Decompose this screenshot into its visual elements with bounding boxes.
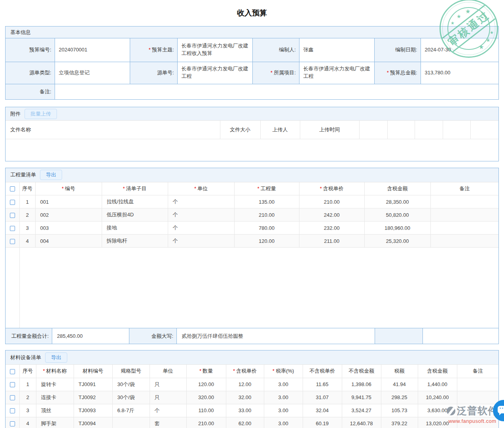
quantity-export-button[interactable]: 导出 [40, 170, 62, 180]
cell-amount-ex: 1,398.06 [342, 378, 381, 391]
cell-tax-rate: 3.00 [264, 404, 303, 417]
batch-upload-button[interactable]: 批量上传 [25, 109, 57, 119]
date-label: 编制日期: [374, 38, 421, 62]
cell-code: TJ0091 [74, 378, 112, 391]
attachments-table: 文件名称 文件大小 上传人 上传时间 [6, 121, 498, 139]
page: 收入预算 审核通过 ★ ★ ★ ★ ★ ★ 基本信息 预算编号: 2024070… [0, 0, 504, 428]
cell-remark [430, 235, 498, 248]
col-header-material-name: *材料名称 [36, 365, 74, 378]
col-header-material-code: 材料编号 [74, 365, 112, 378]
row-checkbox[interactable] [10, 382, 15, 387]
row-checkbox[interactable] [10, 395, 15, 400]
cell-amount: 28,350.00 [364, 195, 430, 208]
cell-remark [457, 404, 498, 417]
source-no-value: 长春市伊通河水力发电厂改建工程 [177, 62, 252, 84]
cell-code: 004 [35, 235, 102, 248]
cell-remark [457, 391, 498, 404]
attachments-section: 附件 批量上传 文件名称 文件大小 上传人 上传时间 [5, 107, 499, 161]
col-header-remark: 备注 [457, 365, 498, 378]
quantity-list-title: 工程量清单 [10, 171, 36, 178]
project-value: 长春市伊通河水力发电厂改建工程 [299, 62, 374, 84]
required-asterisk: * [257, 186, 259, 191]
cell-amount: 50,820.00 [364, 208, 430, 222]
material-table: 序号 *材料名称 材料编号 规格型号 单位 *数量 *含税单价 *税率(%) 不… [6, 365, 498, 428]
material-row: 4 脚手架 TJ0094 套 210.00 62.00 3.00 60.19 1… [6, 417, 498, 428]
cell-qty: 320.00 [186, 391, 226, 404]
row-checkbox[interactable] [10, 213, 15, 218]
quantity-table: 序号 *编号 *清单子目 *单位 *工程量 *含税单价 含税金额 备注 1 00… [6, 182, 498, 248]
cell-remark [457, 417, 498, 428]
source-type-value: 立项信息登记 [55, 62, 130, 84]
cell-qty: 210.00 [186, 417, 226, 428]
row-checkbox[interactable] [10, 226, 15, 231]
page-title: 收入预算 [0, 0, 504, 17]
col-header-price: *含税单价 [226, 365, 264, 378]
row-checkbox[interactable] [10, 408, 15, 413]
star-icon: ★ [451, 21, 455, 25]
quantity-row: 1 001 拉线/拉线盘 个 135.00 210.00 28,350.00 [6, 195, 498, 208]
select-all-cell [6, 182, 19, 195]
col-header-price: *含税单价 [299, 182, 364, 195]
cell-unit: 个 [168, 222, 234, 235]
amount-in-words-value: 贰拾捌万伍仟肆佰伍拾圆整 [176, 328, 375, 344]
cell-price-ex: 11.65 [303, 378, 342, 391]
col-header-empty [387, 121, 415, 139]
subject-value: 长春市伊通河水力发电厂改建工程收入预算 [177, 38, 252, 62]
select-all-checkbox[interactable] [10, 186, 15, 191]
cell-qty: 780.00 [234, 222, 299, 235]
quantity-row: 3 003 接地 个 780.00 232.00 180,960.00 [6, 222, 498, 235]
quantity-row: 4 004 拆除电杆 个 120.00 211.00 25,320.00 [6, 235, 498, 248]
total-amount-sum-label: 工程量金额合计: [6, 328, 52, 344]
required-asterisk: * [320, 186, 322, 191]
attachments-empty-body [6, 139, 498, 161]
material-list-header: 材料设备清单 导出 [6, 350, 498, 365]
required-asterisk: * [149, 47, 151, 53]
cell-item: 拉线/拉线盘 [102, 195, 168, 208]
material-export-button[interactable]: 导出 [45, 352, 67, 363]
source-type-label: 源单类型: [6, 62, 55, 84]
row-checkbox[interactable] [10, 421, 15, 426]
cell-unit: 个 [168, 195, 234, 208]
cell-price-ex: 31.07 [303, 391, 342, 404]
col-header-amount-ex-tax: 不含税金额 [342, 365, 381, 378]
cell-name: 旋转卡 [36, 378, 74, 391]
basic-info-section: 基本信息 预算编号: 2024070001 *预算主题: 长春市伊通河水力发电厂… [5, 26, 499, 100]
basic-info-row: 备注: [6, 84, 498, 99]
cell-tax-rate: 3.00 [264, 378, 303, 391]
cell-remark [430, 222, 498, 235]
cell-no: 2 [19, 208, 35, 222]
quantity-list-header: 工程量清单 导出 [6, 168, 498, 182]
project-label: *所属项目: [252, 62, 299, 84]
cell-item: 低压横担4D [102, 208, 168, 222]
cell-unit: 只 [150, 391, 186, 404]
col-header-qty: *工程量 [234, 182, 299, 195]
cell-amount-ex: 9,941.75 [342, 391, 381, 404]
col-header-uploader: 上传人 [260, 121, 300, 139]
row-checkbox[interactable] [10, 200, 15, 205]
material-row: 2 连接卡 TJ0092 30个/袋 只 320.00 32.00 3.00 3… [6, 391, 498, 404]
cell-code: 001 [35, 195, 102, 208]
cell-name: 连接卡 [36, 391, 74, 404]
col-header-item: *清单子目 [102, 182, 168, 195]
col-header-tax-rate-text: 税率(%) [276, 368, 294, 374]
attachments-header: 附件 批量上传 [6, 107, 498, 121]
required-asterisk: * [123, 186, 125, 191]
subject-label: *预算主题: [130, 38, 177, 62]
select-all-checkbox[interactable] [10, 369, 15, 374]
cell-remark [457, 378, 498, 391]
col-header-remark: 备注 [430, 182, 498, 195]
cell-code: 002 [35, 208, 102, 222]
basic-info-header: 基本信息 [6, 27, 498, 38]
cell-no: 3 [19, 404, 36, 417]
required-asterisk: * [194, 186, 196, 191]
col-header-qty-text: 工程量 [261, 186, 276, 191]
row-checkbox[interactable] [10, 239, 15, 244]
cell-item: 拆除电杆 [102, 235, 168, 248]
cell-price: 232.00 [299, 222, 364, 235]
remark-label: 备注: [6, 84, 55, 99]
cell-price: 32.00 [226, 391, 264, 404]
cell-price: 12.00 [226, 378, 264, 391]
material-header-row: 序号 *材料名称 材料编号 规格型号 单位 *数量 *含税单价 *税率(%) 不… [6, 365, 498, 378]
quantity-header-row: 序号 *编号 *清单子目 *单位 *工程量 *含税单价 含税金额 备注 [6, 182, 498, 195]
col-header-upload-time: 上传时间 [300, 121, 359, 139]
